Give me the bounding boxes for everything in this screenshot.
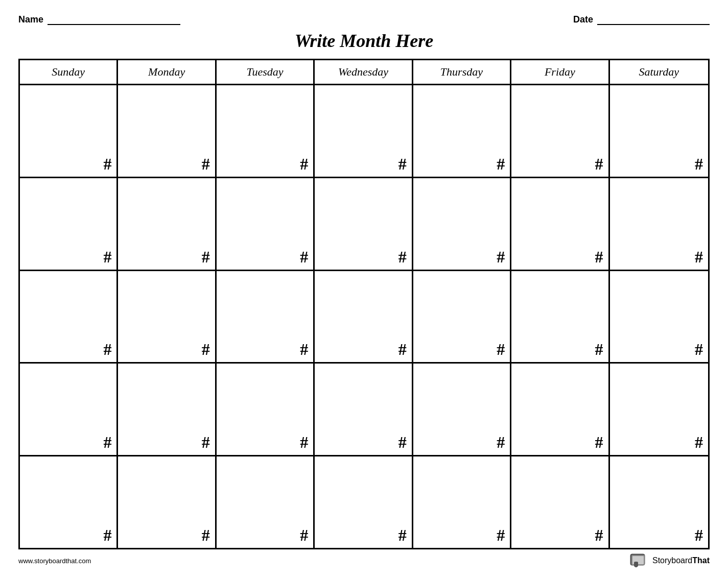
- calendar-body: ###################################: [20, 85, 708, 548]
- date-number: #: [103, 248, 111, 267]
- date-number: #: [398, 526, 407, 545]
- calendar-cell: #: [217, 178, 315, 270]
- date-label: Date: [573, 14, 593, 25]
- calendar-cell: #: [610, 271, 708, 363]
- date-line: [597, 24, 710, 25]
- footer-url: www.storyboardthat.com: [18, 557, 91, 565]
- date-number: #: [398, 155, 407, 174]
- calendar-cell: #: [217, 364, 315, 455]
- calendar: SundayMondayTuesdayWednesdayThursdayFrid…: [18, 59, 710, 549]
- calendar-cell: #: [610, 85, 708, 177]
- day-header-sunday: Sunday: [20, 60, 118, 84]
- date-number: #: [497, 433, 505, 452]
- calendar-cell: #: [118, 271, 216, 363]
- name-field: Name: [18, 14, 180, 25]
- calendar-cell: #: [315, 271, 413, 363]
- calendar-cell: #: [20, 456, 118, 548]
- day-header-saturday: Saturday: [610, 60, 708, 84]
- day-headers: SundayMondayTuesdayWednesdayThursdayFrid…: [20, 60, 708, 85]
- date-number: #: [300, 433, 308, 452]
- day-header-friday: Friday: [511, 60, 609, 84]
- footer-brand: StoryboardThat: [630, 553, 710, 568]
- date-number: #: [300, 248, 308, 267]
- day-header-thursday: Thursday: [413, 60, 511, 84]
- calendar-cell: #: [315, 85, 413, 177]
- calendar-row-3: #######: [20, 364, 708, 456]
- calendar-cell: #: [217, 271, 315, 363]
- date-number: #: [103, 340, 111, 359]
- day-header-monday: Monday: [118, 60, 216, 84]
- date-number: #: [595, 248, 603, 267]
- calendar-row-0: #######: [20, 85, 708, 178]
- date-number: #: [103, 526, 111, 545]
- date-number: #: [103, 433, 111, 452]
- calendar-cell: #: [118, 364, 216, 455]
- footer: www.storyboardthat.com StoryboardThat: [18, 553, 710, 568]
- calendar-cell: #: [118, 178, 216, 270]
- name-label: Name: [18, 14, 43, 25]
- date-field: Date: [573, 14, 710, 25]
- calendar-cell: #: [20, 271, 118, 363]
- date-number: #: [497, 248, 505, 267]
- date-number: #: [398, 248, 407, 267]
- calendar-cell: #: [413, 178, 511, 270]
- date-number: #: [202, 155, 210, 174]
- calendar-cell: #: [118, 456, 216, 548]
- calendar-cell: #: [413, 364, 511, 455]
- date-number: #: [398, 340, 407, 359]
- calendar-cell: #: [315, 178, 413, 270]
- calendar-cell: #: [610, 456, 708, 548]
- brand-name: StoryboardThat: [652, 556, 710, 565]
- date-number: #: [300, 155, 308, 174]
- date-number: #: [695, 248, 703, 267]
- day-header-tuesday: Tuesday: [217, 60, 315, 84]
- name-line: [48, 24, 180, 25]
- date-number: #: [300, 526, 308, 545]
- svg-rect-4: [635, 564, 637, 567]
- calendar-cell: #: [413, 456, 511, 548]
- calendar-row-1: #######: [20, 178, 708, 271]
- date-number: #: [202, 248, 210, 267]
- calendar-cell: #: [511, 456, 609, 548]
- calendar-cell: #: [511, 364, 609, 455]
- date-number: #: [497, 340, 505, 359]
- day-header-wednesday: Wednesday: [315, 60, 413, 84]
- calendar-cell: #: [217, 456, 315, 548]
- calendar-cell: #: [315, 456, 413, 548]
- calendar-cell: #: [511, 178, 609, 270]
- date-number: #: [103, 155, 111, 174]
- date-number: #: [202, 526, 210, 545]
- calendar-cell: #: [20, 178, 118, 270]
- calendar-cell: #: [610, 364, 708, 455]
- calendar-cell: #: [413, 271, 511, 363]
- date-number: #: [300, 340, 308, 359]
- date-number: #: [595, 526, 603, 545]
- date-number: #: [695, 526, 703, 545]
- date-number: #: [497, 526, 505, 545]
- calendar-cell: #: [118, 85, 216, 177]
- storyboard-icon: [630, 553, 648, 568]
- calendar-row-4: #######: [20, 456, 708, 548]
- date-number: #: [202, 433, 210, 452]
- calendar-cell: #: [315, 364, 413, 455]
- header-row: Name Date: [18, 14, 710, 25]
- calendar-cell: #: [511, 85, 609, 177]
- date-number: #: [695, 340, 703, 359]
- calendar-cell: #: [610, 178, 708, 270]
- date-number: #: [695, 155, 703, 174]
- date-number: #: [595, 433, 603, 452]
- date-number: #: [595, 340, 603, 359]
- date-number: #: [595, 155, 603, 174]
- calendar-cell: #: [20, 364, 118, 455]
- date-number: #: [497, 155, 505, 174]
- calendar-cell: #: [217, 85, 315, 177]
- calendar-title: Write Month Here: [18, 30, 710, 52]
- calendar-cell: #: [20, 85, 118, 177]
- date-number: #: [695, 433, 703, 452]
- date-number: #: [202, 340, 210, 359]
- calendar-cell: #: [511, 271, 609, 363]
- date-number: #: [398, 433, 407, 452]
- page: Name Date Write Month Here SundayMondayT…: [0, 0, 728, 578]
- calendar-cell: #: [413, 85, 511, 177]
- calendar-row-2: #######: [20, 271, 708, 364]
